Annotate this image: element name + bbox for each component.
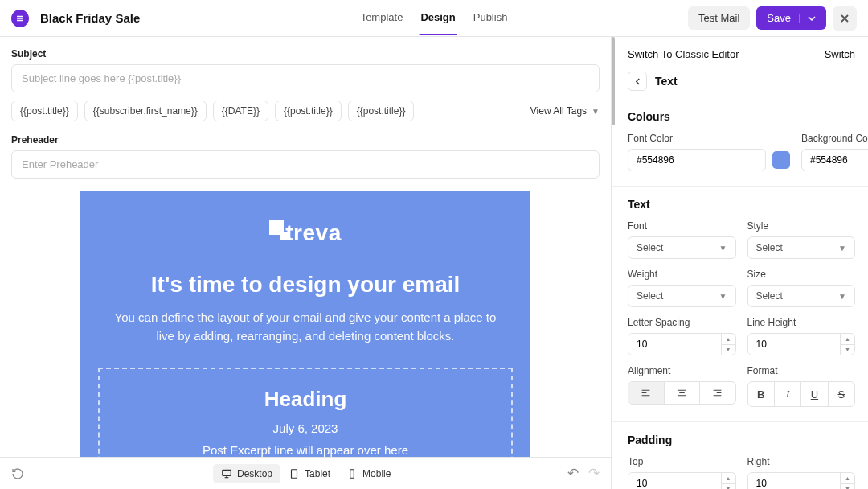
step-up[interactable]: ▲ xyxy=(841,473,854,484)
tag-chip[interactable]: {{post.title}} xyxy=(348,101,415,121)
chevron-down-icon[interactable] xyxy=(799,14,816,23)
colours-heading: Colours xyxy=(628,110,855,123)
padding-top-label: Top xyxy=(628,456,736,467)
tab-design[interactable]: Design xyxy=(419,1,457,35)
chevron-down-icon: ▼ xyxy=(719,244,727,253)
step-up[interactable]: ▲ xyxy=(841,334,854,345)
switch-link[interactable]: Switch xyxy=(825,48,855,60)
chevron-down-icon: ▼ xyxy=(719,292,727,301)
line-height-input[interactable]: ▲▼ xyxy=(747,333,856,355)
padding-top-input[interactable]: ▲▼ xyxy=(628,472,736,489)
bold-button[interactable]: B xyxy=(748,382,774,406)
hero-copy[interactable]: You can define the layout of your email … xyxy=(98,309,513,345)
close-button[interactable] xyxy=(833,6,857,31)
weight-select[interactable]: Select▼ xyxy=(628,285,736,307)
step-down[interactable]: ▼ xyxy=(722,345,735,355)
device-mobile[interactable]: Mobile xyxy=(338,464,399,483)
tag-chip[interactable]: {{DATE}} xyxy=(213,101,268,121)
bg-color-label: Background Color xyxy=(801,133,868,144)
letter-spacing-input[interactable]: ▲▼ xyxy=(628,333,736,355)
weight-label: Weight xyxy=(628,269,736,280)
bg-color-input[interactable] xyxy=(801,149,868,171)
underline-button[interactable]: U xyxy=(800,382,827,406)
tablet-icon xyxy=(289,468,300,479)
chevron-down-icon: ▼ xyxy=(838,292,846,301)
svg-rect-7 xyxy=(350,469,354,478)
step-down[interactable]: ▼ xyxy=(841,484,854,490)
strike-button[interactable]: S xyxy=(828,382,854,406)
padding-heading: Padding xyxy=(628,434,855,446)
tab-publish[interactable]: Publish xyxy=(472,1,510,35)
tab-template[interactable]: Template xyxy=(359,1,405,35)
content-block[interactable]: Heading July 6, 2023 Post Excerpt line w… xyxy=(98,368,513,457)
redo-button[interactable]: ↷ xyxy=(588,465,600,482)
panel-title: Text xyxy=(655,75,678,88)
brand-mark-icon xyxy=(269,220,284,235)
step-up[interactable]: ▲ xyxy=(722,473,735,484)
font-color-label: Font Color xyxy=(628,133,790,144)
tag-chip[interactable]: {{post.title}} xyxy=(11,101,78,121)
back-button[interactable] xyxy=(628,72,647,91)
align-left-button[interactable] xyxy=(628,382,664,404)
format-label: Format xyxy=(747,365,856,376)
refresh-icon[interactable] xyxy=(11,467,24,480)
step-down[interactable]: ▼ xyxy=(722,484,735,490)
undo-button[interactable]: ↶ xyxy=(567,465,579,482)
device-desktop[interactable]: Desktop xyxy=(213,464,280,483)
step-down[interactable]: ▼ xyxy=(841,345,854,355)
font-select[interactable]: Select▼ xyxy=(628,236,736,259)
mobile-icon xyxy=(346,468,358,479)
padding-right-input[interactable]: ▲▼ xyxy=(747,472,856,489)
app-logo[interactable] xyxy=(11,10,29,27)
block-heading[interactable]: Heading xyxy=(109,387,502,412)
page-title: Black Friday Sale xyxy=(40,11,140,25)
font-color-input[interactable] xyxy=(628,149,766,171)
save-button[interactable]: Save xyxy=(756,6,826,30)
svg-rect-3 xyxy=(223,470,231,475)
size-label: Size xyxy=(747,269,856,280)
alignment-label: Alignment xyxy=(628,365,736,376)
tag-chip[interactable]: {{post.title}} xyxy=(275,101,342,121)
italic-button[interactable]: I xyxy=(774,382,800,406)
align-center-button[interactable] xyxy=(664,382,700,404)
subject-input[interactable] xyxy=(11,64,600,92)
tag-chip[interactable]: {{subscriber.first_name}} xyxy=(84,101,207,121)
preheader-input[interactable] xyxy=(11,150,600,179)
hero-heading[interactable]: It's time to design your email xyxy=(98,272,513,298)
save-label: Save xyxy=(767,12,791,24)
test-mail-button[interactable]: Test Mail xyxy=(688,6,750,30)
style-label: Style xyxy=(747,220,856,232)
desktop-icon xyxy=(221,468,232,479)
align-right-button[interactable] xyxy=(699,382,735,404)
block-excerpt[interactable]: Post Excerpt line will appear over here xyxy=(109,443,502,457)
line-height-label: Line Height xyxy=(747,317,856,328)
step-up[interactable]: ▲ xyxy=(722,334,735,345)
chevron-down-icon: ▼ xyxy=(592,107,600,116)
preheader-label: Preheader xyxy=(11,134,600,146)
chevron-down-icon: ▼ xyxy=(838,244,846,253)
subject-label: Subject xyxy=(11,48,600,60)
style-select[interactable]: Select▼ xyxy=(747,236,856,259)
font-label: Font xyxy=(628,220,736,232)
device-tablet[interactable]: Tablet xyxy=(280,464,338,483)
email-canvas[interactable]: treva It's time to design your email You… xyxy=(80,191,530,457)
text-heading: Text xyxy=(628,198,855,211)
scrollbar[interactable] xyxy=(612,37,615,125)
font-color-swatch[interactable] xyxy=(772,151,790,169)
brand-logo: treva xyxy=(98,220,513,246)
letter-spacing-label: Letter Spacing xyxy=(628,317,736,328)
view-all-tags[interactable]: View All Tags ▼ xyxy=(530,105,600,117)
padding-right-label: Right xyxy=(747,456,856,467)
classic-editor-label: Switch To Classic Editor xyxy=(628,48,739,60)
svg-rect-6 xyxy=(292,469,297,478)
size-select[interactable]: Select▼ xyxy=(747,285,856,307)
block-date[interactable]: July 6, 2023 xyxy=(109,421,502,435)
